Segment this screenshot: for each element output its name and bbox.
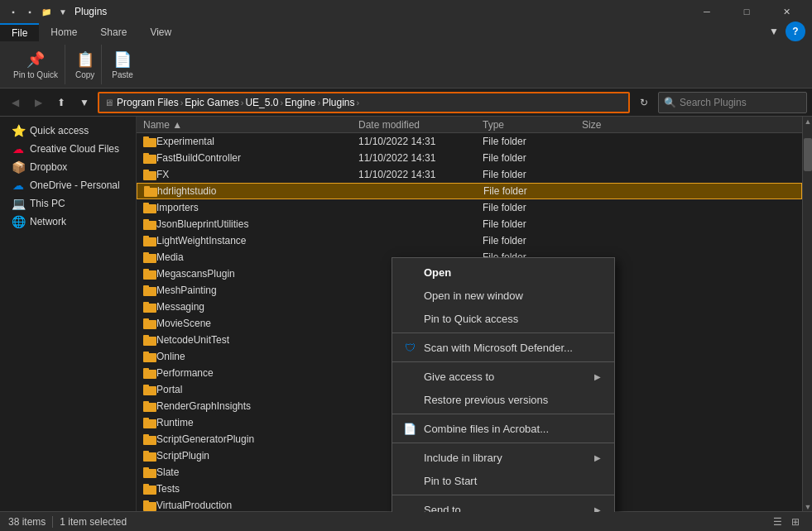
svg-rect-12 <box>143 237 156 246</box>
sidebar-item-creative-cloud[interactable]: ☁ Creative Cloud Files <box>0 140 136 158</box>
close-button[interactable]: ✕ <box>767 0 805 23</box>
ctx-sep-1 <box>392 332 614 333</box>
right-scrollbar[interactable]: ▲ ▼ <box>802 117 812 512</box>
file-row-selected[interactable]: hdrlightstudio File folder <box>137 183 802 199</box>
ctx-restore-versions[interactable]: Restore previous versions <box>392 388 614 411</box>
file-row[interactable]: FastBuildController 11/10/2022 14:31 Fil… <box>137 150 802 166</box>
sep5: › <box>357 98 360 108</box>
file-type: File folder <box>483 218 582 230</box>
ctx-open-new-window[interactable]: Open in new window <box>392 284 614 307</box>
minimize-button[interactable]: ─ <box>688 0 726 23</box>
ctx-combine-acrobat[interactable]: 📄 Combine files in Acrobat... <box>392 417 614 440</box>
large-icons-view-button[interactable]: ⊞ <box>787 514 804 530</box>
sidebar-item-onedrive[interactable]: ☁ OneDrive - Personal <box>0 176 136 194</box>
sep3: › <box>280 98 283 108</box>
file-name: Slate <box>156 466 358 478</box>
tab-view[interactable]: View <box>138 23 183 41</box>
sidebar-item-this-pc[interactable]: 💻 This PC <box>0 194 136 213</box>
svg-rect-9 <box>143 203 149 205</box>
ribbon-paste[interactable]: 📄 Paste <box>105 45 140 84</box>
file-row[interactable]: FX 11/10/2022 14:31 File folder <box>137 166 802 183</box>
tab-file[interactable]: File <box>0 23 39 41</box>
sep1: › <box>180 98 184 108</box>
svg-rect-26 <box>143 353 156 362</box>
file-name: Runtime <box>156 417 358 428</box>
network-icon: 🌐 <box>12 215 25 228</box>
file-list-header: Name ▲ Date modified Type Size <box>137 117 802 133</box>
ribbon-pin-quick-access[interactable]: 📌 Pin to Quick <box>7 45 65 84</box>
scroll-thumb[interactable] <box>804 138 812 171</box>
ctx-pin-quick[interactable]: Pin to Quick access <box>392 307 614 330</box>
scroll-up-btn[interactable]: ▲ <box>803 117 812 127</box>
crumb-engine[interactable]: Engine <box>285 97 315 108</box>
refresh-button[interactable]: ↻ <box>633 92 655 113</box>
ctx-include-library[interactable]: Include in library ▶ <box>392 446 614 469</box>
sidebar-item-quick-access[interactable]: ⭐ Quick access <box>0 122 136 140</box>
sidebar-item-network[interactable]: 🌐 Network <box>0 213 136 231</box>
file-name: Media <box>156 251 358 263</box>
ctx-include-left: Include in library <box>402 450 502 465</box>
recent-locations-button[interactable]: ▼ <box>74 93 94 112</box>
svg-rect-45 <box>143 500 149 503</box>
file-name: MegascansPlugin <box>156 268 358 280</box>
col-header-date[interactable]: Date modified <box>358 119 483 131</box>
file-list[interactable]: Name ▲ Date modified Type Size Experimen… <box>137 117 802 512</box>
tab-share[interactable]: Share <box>89 23 138 41</box>
folder-icon <box>143 301 156 313</box>
details-view-button[interactable]: ☰ <box>769 514 786 530</box>
file-name: JsonBlueprintUtilities <box>156 218 358 230</box>
file-row[interactable]: Experimental 11/10/2022 14:31 File folde… <box>137 133 802 150</box>
help-icon[interactable]: ▼ <box>766 23 782 40</box>
defender-icon: 🛡 <box>402 340 417 355</box>
svg-rect-18 <box>143 287 156 296</box>
file-name: Tests <box>156 483 358 495</box>
search-box[interactable]: 🔍 Search Plugins <box>658 92 807 113</box>
ctx-open[interactable]: Open <box>392 261 614 284</box>
svg-rect-24 <box>143 337 156 346</box>
col-header-name[interactable]: Name ▲ <box>143 119 358 131</box>
folder-icon <box>143 136 156 147</box>
context-menu: Open Open in new window Pin to Quick acc… <box>392 257 615 512</box>
crumb-ue50[interactable]: UE_5.0 <box>245 97 278 108</box>
file-row[interactable]: JsonBlueprintUtilities File folder <box>137 216 802 232</box>
file-type: File folder <box>483 202 582 213</box>
col-header-type[interactable]: Type <box>483 119 582 131</box>
folder-icon <box>143 417 156 428</box>
folder-icon <box>143 268 156 280</box>
maximize-button[interactable]: □ <box>728 0 766 23</box>
address-box[interactable]: 🖥 Program Files › Epic Games › UE_5.0 › … <box>98 92 630 113</box>
creative-cloud-icon: ☁ <box>12 142 25 155</box>
crumb-program-files[interactable]: Program Files <box>117 97 179 108</box>
svg-rect-11 <box>143 219 149 222</box>
svg-rect-15 <box>143 252 149 255</box>
up-button[interactable]: ⬆ <box>51 93 71 112</box>
tab-home[interactable]: Home <box>39 23 89 41</box>
ribbon-copy[interactable]: 📋 Copy <box>69 45 102 84</box>
ctx-send-to[interactable]: Send to ▶ <box>392 498 614 512</box>
ctx-scan-defender[interactable]: 🛡 Scan with Microsoft Defender... <box>392 336 614 359</box>
sidebar-item-dropbox[interactable]: 📦 Dropbox <box>0 158 136 176</box>
folder-icon <box>143 483 156 495</box>
forward-button[interactable]: ▶ <box>28 93 48 112</box>
file-name: RenderGraphInsights <box>156 400 358 412</box>
title-icon-4: ▼ <box>56 5 70 18</box>
crumb-plugins[interactable]: Plugins <box>322 97 354 108</box>
file-name: hdrlightstudio <box>157 185 359 197</box>
svg-rect-43 <box>143 484 149 486</box>
file-name: ScriptPlugin <box>156 450 358 462</box>
file-row[interactable]: Importers File folder <box>137 199 802 216</box>
crumb-epic-games[interactable]: Epic Games <box>185 97 238 108</box>
col-header-size[interactable]: Size <box>582 119 648 131</box>
help-button[interactable]: ? <box>786 22 805 41</box>
folder-icon <box>143 285 156 296</box>
svg-rect-30 <box>143 386 156 395</box>
file-name: Performance <box>156 367 358 379</box>
back-button[interactable]: ◀ <box>5 93 25 112</box>
search-placeholder: Search Plugins <box>680 97 747 108</box>
svg-rect-37 <box>143 434 149 437</box>
ctx-pin-start[interactable]: Pin to Start <box>392 469 614 492</box>
svg-rect-25 <box>143 335 149 337</box>
svg-rect-39 <box>143 451 149 453</box>
file-row[interactable]: LightWeightInstance File folder <box>137 232 802 249</box>
ctx-give-access[interactable]: Give access to ▶ <box>392 365 614 388</box>
